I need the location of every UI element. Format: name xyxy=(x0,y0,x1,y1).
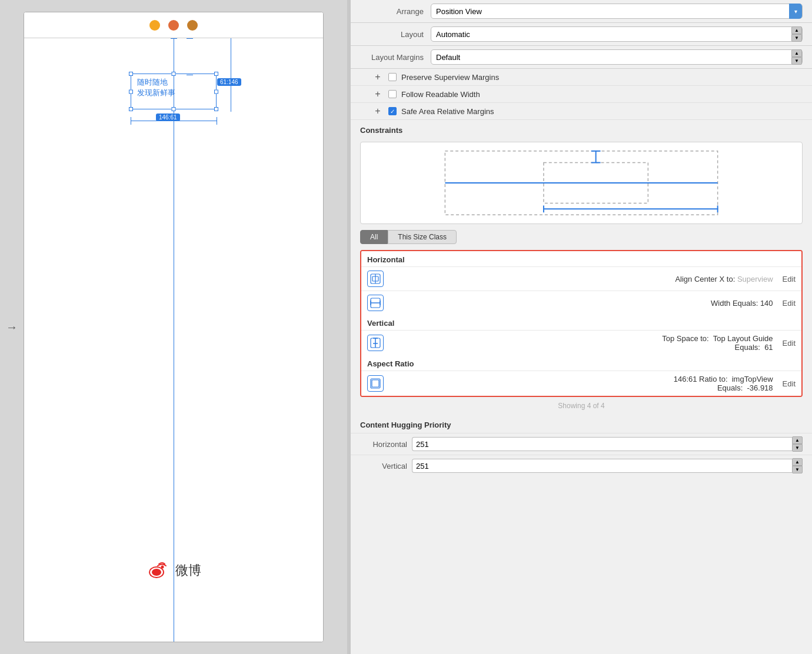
layout-stepper-down[interactable]: ▼ xyxy=(791,34,802,42)
svg-point-4 xyxy=(161,566,164,569)
plus-btn-1[interactable]: + xyxy=(372,89,384,99)
align-center-x-icon xyxy=(367,271,384,287)
layout-margins-stepper[interactable]: ▲ ▼ xyxy=(791,49,802,65)
wh-badge: 61:146 xyxy=(217,78,241,86)
arrange-label: Arrange xyxy=(360,7,431,16)
width-edit[interactable]: Edit xyxy=(776,299,796,308)
hugging-vertical-stepper-up[interactable]: ▲ xyxy=(792,458,803,466)
layout-label: Layout xyxy=(360,30,431,39)
tabs-row: All This Size Class xyxy=(351,230,812,250)
arrange-row: Arrange Position View ▾ xyxy=(351,0,812,23)
aspect-ratio-section-label: Aspect Ratio xyxy=(361,355,801,371)
constraints-svg xyxy=(361,142,802,223)
checkbox-label-0: Preserve Superview Margins xyxy=(401,73,499,82)
top-space-icon xyxy=(367,335,384,351)
device-frame: 随时随地 发现新鲜事 61:146 146:61 xyxy=(24,12,324,642)
hugging-horizontal-input[interactable] xyxy=(412,437,792,451)
layout-margins-dropdown[interactable]: Default ▲ ▼ xyxy=(431,49,803,65)
checkbox-row-2: + Safe Area Relative Margins xyxy=(351,103,812,120)
device-content: 随时随地 发现新鲜事 61:146 146:61 xyxy=(24,38,323,642)
top-dim-tick xyxy=(171,38,177,39)
left-panel: → xyxy=(0,0,347,654)
handle-br xyxy=(214,107,218,111)
hugging-horizontal-label: Horizontal xyxy=(360,440,407,449)
hugging-horizontal-stepper-up[interactable]: ▲ xyxy=(792,436,803,444)
content-hugging-header: Content Hugging Priority xyxy=(351,415,812,433)
hugging-vertical-input[interactable] xyxy=(412,459,792,473)
bottom-dim-line-h xyxy=(131,121,217,121)
hugging-vertical-label: Vertical xyxy=(360,462,407,471)
handle-tr xyxy=(214,72,218,76)
layout-margins-value: Default xyxy=(436,53,460,62)
layout-margins-label: Layout Margins xyxy=(360,53,431,62)
hugging-vertical-stepper[interactable]: ▲ ▼ xyxy=(792,458,803,473)
weibo-area: 微博 xyxy=(146,558,201,583)
device-toolbar xyxy=(24,12,323,38)
constraint-aspect-ratio: 146:61 Ratio to: imgTopViewEquals: -36.9… xyxy=(361,371,801,396)
layout-margins-stepper-down[interactable]: ▼ xyxy=(791,57,802,65)
tab-size-class[interactable]: This Size Class xyxy=(388,230,457,244)
align-center-x-edit[interactable]: Edit xyxy=(776,275,796,283)
width-icon xyxy=(367,295,384,311)
dot-orange xyxy=(168,20,179,31)
width-desc: Width Equals: 140 xyxy=(391,299,776,308)
layout-margins-stepper-up[interactable]: ▲ xyxy=(791,49,802,57)
top-dim-line xyxy=(174,38,174,75)
aspect-ratio-edit[interactable]: Edit xyxy=(776,379,796,388)
checkbox-1[interactable] xyxy=(388,90,397,98)
handle-bl xyxy=(129,107,133,111)
top-space-edit[interactable]: Edit xyxy=(776,339,796,348)
bottom-dim-tick-right xyxy=(217,117,217,125)
hugging-vertical-row: Vertical ▲ ▼ xyxy=(351,455,812,476)
svg-rect-26 xyxy=(372,380,379,387)
layout-value: Automatic xyxy=(436,30,470,39)
arrow-icon: → xyxy=(6,321,18,334)
aspect-ratio-desc: 146:61 Ratio to: imgTopViewEquals: -36.9… xyxy=(391,375,776,392)
align-center-x-desc: Align Center X to: Superview xyxy=(391,275,776,283)
center-line xyxy=(174,38,174,642)
plus-btn-2[interactable]: + xyxy=(372,106,384,116)
constraints-diagram xyxy=(360,142,803,224)
right-dim-tick-top xyxy=(187,38,193,39)
vertical-section-label: Vertical xyxy=(361,315,801,330)
hugging-vertical-stepper-down[interactable]: ▼ xyxy=(792,466,803,473)
dot-brown xyxy=(187,20,198,31)
svg-point-3 xyxy=(152,569,161,576)
right-panel: Arrange Position View ▾ Layout Automatic… xyxy=(351,0,812,654)
horizontal-section-label: Horizontal xyxy=(361,251,801,266)
handle-mr xyxy=(214,89,218,94)
handle-ml xyxy=(129,89,133,94)
arrange-dropdown[interactable]: Position View ▾ xyxy=(431,4,803,19)
layout-stepper-up[interactable]: ▲ xyxy=(791,26,802,34)
constraint-width: Width Equals: 140 Edit xyxy=(361,291,801,315)
selected-view[interactable]: 随时随地 发现新鲜事 xyxy=(131,74,217,109)
hugging-horizontal-stepper[interactable]: ▲ ▼ xyxy=(792,436,803,452)
showing-label: Showing 4 of 4 xyxy=(351,397,812,415)
checkbox-0[interactable] xyxy=(388,73,397,81)
constraint-top-space: Top Space to: Top Layout GuideEquals: 61… xyxy=(361,330,801,355)
constraints-box: Horizontal Align Center X to: Superview … xyxy=(360,250,803,397)
weibo-logo xyxy=(146,558,171,583)
hugging-horizontal-stepper-down[interactable]: ▼ xyxy=(792,444,803,452)
layout-margins-row: Layout Margins Default ▲ ▼ xyxy=(351,46,812,69)
view-text: 随时随地 发现新鲜事 xyxy=(137,77,175,98)
layout-row: Layout Automatic ▲ ▼ xyxy=(351,23,812,46)
right-dim-line-v xyxy=(231,38,231,112)
layout-dropdown[interactable]: Automatic ▲ ▼ xyxy=(431,26,803,42)
aspect-ratio-icon xyxy=(367,375,384,392)
checkbox-row-0: + Preserve Superview Margins xyxy=(351,69,812,86)
right-dim-tick-mid xyxy=(187,75,193,75)
bottom-dim-tick-left xyxy=(131,117,131,125)
arrange-dropdown-arrow[interactable]: ▾ xyxy=(789,4,802,19)
tab-all[interactable]: All xyxy=(360,230,388,244)
checkbox-row-1: + Follow Readable Width xyxy=(351,86,812,103)
layout-stepper[interactable]: ▲ ▼ xyxy=(791,26,802,42)
checkbox-2[interactable] xyxy=(388,107,397,115)
top-space-desc: Top Space to: Top Layout GuideEquals: 61 xyxy=(391,334,776,352)
handle-bc xyxy=(172,107,176,111)
handle-tl xyxy=(129,72,133,76)
weibo-text: 微博 xyxy=(175,562,201,579)
plus-btn-0[interactable]: + xyxy=(372,72,384,82)
constraint-align-center-x: Align Center X to: Superview Edit xyxy=(361,266,801,291)
hugging-horizontal-row: Horizontal ▲ ▼ xyxy=(351,433,812,455)
